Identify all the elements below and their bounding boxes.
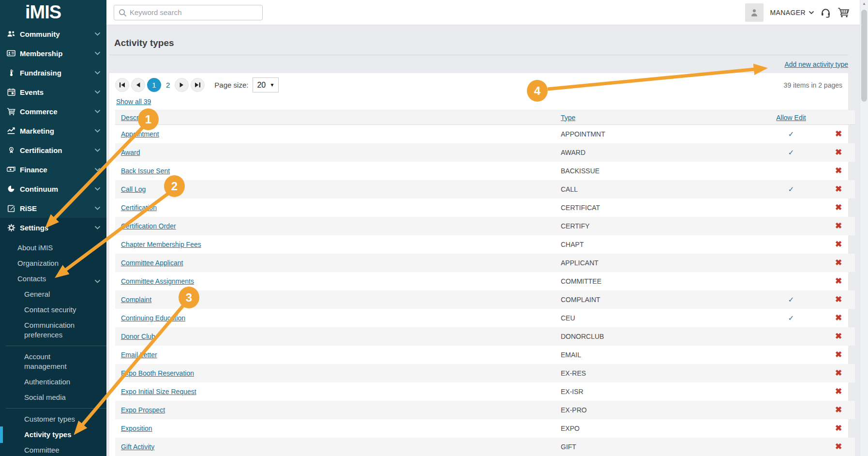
sidebar-item-general[interactable]: General (0, 289, 106, 299)
pager-prev-button[interactable] (131, 78, 145, 92)
delete-activity-button[interactable]: ✖ (835, 369, 842, 377)
add-new-activity-type-link[interactable]: Add new activity type (784, 61, 848, 68)
cart-icon[interactable] (838, 7, 850, 18)
delete-activity-button[interactable]: ✖ (835, 148, 842, 156)
sidebar-item-label: Marketing (20, 127, 95, 135)
activity-description-link[interactable]: Committee Assignments (121, 277, 194, 285)
delete-activity-button[interactable]: ✖ (835, 295, 842, 304)
delete-activity-button[interactable]: ✖ (835, 258, 842, 267)
delete-activity-button[interactable]: ✖ (835, 387, 842, 395)
sidebar-item-contact-security[interactable]: Contact security (0, 305, 106, 315)
delete-activity-button[interactable]: ✖ (835, 350, 842, 359)
check-icon: ✓ (788, 185, 794, 193)
delete-activity-button[interactable]: ✖ (835, 240, 842, 248)
show-all-link[interactable]: Show all 39 (116, 98, 151, 106)
activity-description-link[interactable]: Appointment (121, 130, 159, 138)
delete-activity-button[interactable]: ✖ (835, 332, 842, 340)
sidebar-item-committee[interactable]: Committee (0, 445, 106, 455)
sidebar-item-fundraising[interactable]: Fundraising (0, 63, 106, 82)
sort-description-header[interactable]: Description (121, 114, 155, 122)
sidebar-item-continuum[interactable]: Continuum (0, 179, 106, 198)
sort-allow-edit-header[interactable]: Allow Edit (776, 114, 806, 122)
sidebar-item-communication-preferences[interactable]: Communication preferences (0, 320, 106, 340)
page-size-select[interactable]: 20 ▼ (253, 77, 279, 92)
activity-description-link[interactable]: Exposition (121, 425, 152, 432)
sidebar-item-commerce[interactable]: Commerce (0, 102, 106, 121)
sidebar-item-certification[interactable]: Certification (0, 140, 106, 160)
pager-page-2[interactable]: 2 (166, 81, 170, 89)
sidebar-item-settings[interactable]: Settings (0, 218, 106, 237)
sidebar-item-about-imis[interactable]: About iMIS (0, 243, 106, 253)
activity-description-link[interactable]: Expo Booth Reservation (121, 369, 194, 377)
first-page-icon (119, 82, 125, 88)
activity-description-link[interactable]: Gift Activity (121, 443, 154, 451)
topbar-right-cluster: MANAGER (745, 0, 850, 25)
sidebar-item-label: Continuum (20, 185, 95, 193)
sidebar-item-organization[interactable]: Organization (0, 258, 106, 268)
activity-description-link[interactable]: Call Log (121, 185, 146, 193)
delete-activity-button[interactable]: ✖ (835, 424, 842, 432)
delete-activity-button[interactable]: ✖ (835, 222, 842, 230)
activity-description-link[interactable]: Email Letter (121, 351, 157, 359)
search-input[interactable] (130, 8, 255, 16)
chevron-down-icon (95, 207, 100, 210)
table-row: AwardAWARD✓✖ (115, 143, 855, 162)
activity-description-link[interactable]: Certification Order (121, 222, 176, 230)
scrollbar-up-arrow[interactable]: ▲ (860, 1, 868, 6)
search-icon (119, 9, 127, 19)
activity-description-link[interactable]: Committee Applicant (121, 259, 183, 267)
delete-activity-button[interactable]: ✖ (835, 442, 842, 451)
sidebar-item-community[interactable]: Community (0, 24, 106, 44)
activity-description-link[interactable]: Expo Prospect (121, 406, 165, 414)
activity-description-link[interactable]: Certification (121, 204, 157, 212)
delete-activity-button[interactable]: ✖ (835, 185, 842, 193)
sidebar-item-label: RiSE (20, 204, 95, 213)
sidebar-item-label: Fundraising (20, 69, 95, 77)
table-row: AppointmentAPPOINTMNT✓✖ (115, 125, 855, 143)
continuum-icon (7, 184, 15, 193)
pager-last-button[interactable] (191, 78, 205, 92)
user-menu[interactable]: MANAGER (770, 9, 814, 16)
sidebar-item-account-management[interactable]: Account management (0, 352, 106, 371)
delete-activity-button[interactable]: ✖ (835, 130, 842, 138)
sidebar-item-finance[interactable]: Finance (0, 160, 106, 179)
activity-type-code: COMMITTEE (561, 277, 601, 285)
sidebar-item-label: Committee (24, 446, 60, 454)
sidebar-item-activity-types[interactable]: Activity types (0, 430, 106, 440)
delete-activity-button[interactable]: ✖ (835, 277, 842, 285)
support-headset-icon[interactable] (820, 7, 831, 18)
sidebar-item-contacts[interactable]: Contacts (0, 274, 106, 284)
activity-description-link[interactable]: Chapter Membership Fees (121, 241, 201, 248)
activity-description-link[interactable]: Continuing Education (121, 314, 185, 322)
activity-type-code: COMPLAINT (561, 296, 600, 304)
activity-description-link[interactable]: Complaint (121, 296, 151, 304)
sidebar-item-label: Commerce (20, 107, 95, 116)
activity-type-code: APPLICANT (561, 259, 599, 267)
delete-activity-button[interactable]: ✖ (835, 167, 842, 175)
delete-activity-button[interactable]: ✖ (835, 314, 842, 322)
sidebar-item-membership[interactable]: Membership (0, 44, 106, 63)
sidebar-item-marketing[interactable]: Marketing (0, 121, 106, 140)
pager-current-page[interactable]: 1 (147, 78, 161, 92)
delete-activity-button[interactable]: ✖ (835, 406, 842, 414)
sidebar-item-customer-types[interactable]: Customer types (0, 414, 106, 424)
sort-type-header[interactable]: Type (561, 114, 575, 122)
pager-next-button[interactable] (175, 78, 189, 92)
sidebar-item-rise[interactable]: RiSE (0, 198, 106, 218)
main-content: Activity types Add new activity type 1 2 (106, 25, 868, 456)
table-header-row: Description Type Allow Edit (115, 110, 855, 125)
activity-description-link[interactable]: Award (121, 149, 140, 156)
avatar[interactable] (745, 3, 763, 22)
vertical-scrollbar[interactable]: ▲ (860, 0, 868, 456)
activity-description-link[interactable]: Expo Initial Size Request (121, 388, 196, 395)
sidebar-item-authentication[interactable]: Authentication (0, 377, 106, 387)
sidebar-item-social-media[interactable]: Social media (0, 393, 106, 402)
sidebar-item-events[interactable]: Events (0, 82, 106, 102)
table-row: Committee ApplicantAPPLICANT✖ (115, 254, 855, 272)
delete-activity-button[interactable]: ✖ (835, 203, 842, 212)
activity-description-link[interactable]: Back Issue Sent (121, 167, 170, 175)
activity-description-link[interactable]: Donor Club (121, 333, 155, 340)
activity-type-code: CHAPT (561, 241, 584, 248)
pager-first-button[interactable] (115, 78, 129, 92)
scrollbar-thumb[interactable] (861, 10, 867, 102)
